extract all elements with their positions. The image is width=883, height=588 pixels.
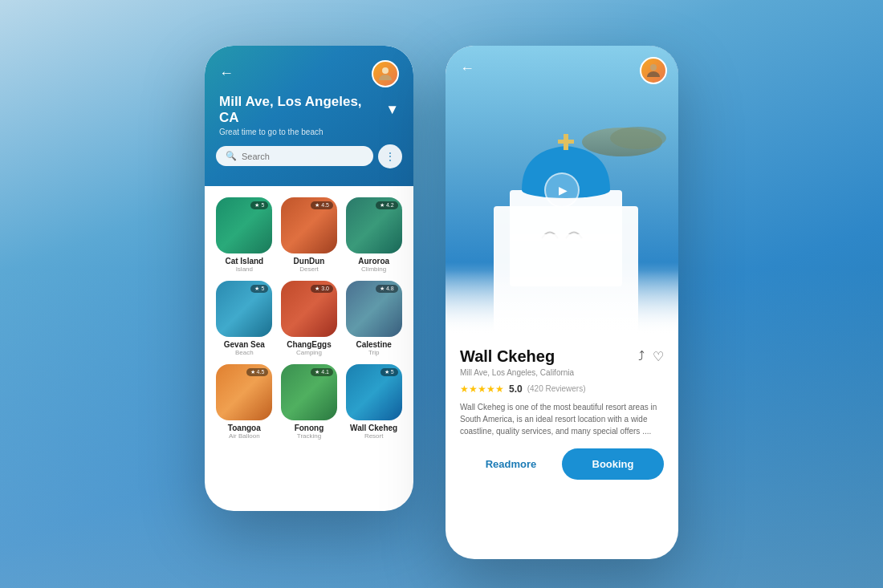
destination-location: Mill Ave, Los Angeles, California [460,368,664,377]
destination-type: Air Balloon [229,432,260,440]
rating-badge: ★ 5 [250,285,268,293]
search-input[interactable] [242,152,364,161]
rating-number: 5.0 [509,383,523,395]
rating-badge: ★ 3.0 [311,285,333,293]
list-item[interactable]: ★ 5 Cat Island Island [216,197,273,273]
image-fade-overlay [446,270,678,335]
user-avatar[interactable] [372,60,399,87]
header-location: Mill Ave, Los Angeles, CA ▼ Great time t… [205,87,413,136]
header-nav: ← [205,46,413,87]
rating-badge: ★ 4.5 [246,368,269,376]
svg-rect-9 [510,234,622,241]
back-button[interactable]: ← [219,65,234,82]
destination-name: ChangEggs [287,340,332,349]
search-bar: 🔍 ⋮ [216,144,402,168]
action-buttons: Readmore Booking [460,448,664,480]
destination-list-body: ★ 5 Cat Island Island ★ 4.5 DunDun Deser… [205,186,413,511]
back-button[interactable]: ← [460,60,474,77]
list-item[interactable]: ★ 5 Gevan Sea Beach [216,281,273,356]
destination-image: ★ 4.5 [281,197,337,253]
rating-badge: ★ 4.1 [311,368,333,376]
destination-grid: ★ 5 Cat Island Island ★ 4.5 DunDun Deser… [216,197,402,440]
svg-rect-8 [558,140,574,144]
list-item[interactable]: ★ 5 Wall Ckeheg Resort [345,364,402,440]
location-subtitle: Great time to go to the beach [219,128,399,136]
share-icon[interactable]: ⤴ [638,349,645,363]
destination-image: ★ 5 [216,281,272,337]
destination-type: Camping [296,349,322,356]
rating-row: ★★★★★ 5.0 (420 Reviewers) [460,383,664,395]
detail-card: Wall Ckeheg ⤴ ♡ Mill Ave, Los Angeles, C… [446,335,678,493]
list-item[interactable]: ★ 4.2 Auroroa Climbing [345,197,402,273]
destination-image: ★ 4.5 [216,364,272,420]
rating-badge: ★ 4.5 [311,201,333,209]
destination-name: Fonong [295,424,324,432]
list-item[interactable]: ★ 4.1 Fonong Tracking [281,364,338,440]
search-input-wrap[interactable]: 🔍 [216,146,373,166]
destination-name: Toangoa [228,424,261,432]
detail-hero-image: ← [446,46,678,335]
phone-list: ← Mill Ave, Los Angeles, CA ▼ Great time… [205,46,413,511]
main-container: ← Mill Ave, Los Angeles, CA ▼ Great time… [0,0,883,588]
filter-button[interactable]: ⋮ [378,144,402,168]
destination-description: Wall Ckeheg is one of the most beautiful… [460,401,664,437]
avatar-image [640,57,667,84]
star-rating: ★★★★★ [460,383,504,395]
destination-type: Climbing [361,266,386,273]
detail-actions: ⤴ ♡ [638,349,664,364]
svg-point-10 [650,64,657,71]
rating-badge: ★ 4.2 [376,201,398,209]
destination-name: DunDun [294,257,325,266]
search-icon: 🔍 [226,151,237,161]
list-item[interactable]: ★ 4.8 Calestine Trip [345,281,402,356]
destination-image: ★ 4.1 [281,364,337,420]
list-item[interactable]: ★ 4.5 Toangoa Air Balloon [216,364,273,440]
destination-name: Gevan Sea [224,340,265,349]
list-item[interactable]: ★ 3.0 ChangEggs Camping [281,281,338,356]
phone-list-header: ← Mill Ave, Los Angeles, CA ▼ Great time… [205,46,413,186]
rating-badge: ★ 5 [250,201,268,209]
destination-image: ★ 4.2 [346,197,402,253]
readmore-button[interactable]: Readmore [460,450,562,478]
detail-title-row: Wall Ckeheg ⤴ ♡ [460,347,664,366]
destination-type: Desert [299,266,319,273]
svg-point-0 [382,67,389,74]
destination-name: Cat Island [225,257,263,266]
svg-point-3 [610,127,666,149]
location-dropdown[interactable]: ▼ [385,102,399,118]
list-item[interactable]: ★ 4.5 DunDun Desert [281,197,338,273]
favorite-icon[interactable]: ♡ [653,349,664,364]
destination-type: Trip [368,349,379,356]
destination-name: Auroroa [358,257,389,266]
destination-type: Beach [235,349,254,356]
destination-name: Wall Ckeheg [350,424,397,432]
rating-badge: ★ 4.8 [376,285,398,293]
destination-name: Calestine [356,340,391,349]
rating-badge: ★ 5 [380,368,398,376]
user-avatar[interactable] [640,57,667,84]
destination-type: Tracking [297,432,321,440]
destination-image: ★ 3.0 [281,281,337,337]
play-button[interactable] [544,172,580,208]
destination-type: Resort [364,432,384,440]
phone-detail: ← Wall Ckeheg ⤴ ♡ Mill Ave, L [446,46,678,559]
destination-image: ★ 4.8 [346,281,402,337]
booking-button[interactable]: Booking [562,448,664,480]
destination-image: ★ 5 [216,197,272,253]
review-count: (420 Reviewers) [527,384,586,393]
destination-image: ★ 5 [346,364,402,420]
location-title: Mill Ave, Los Angeles, CA ▼ [219,94,399,126]
destination-type: Island [236,266,253,273]
destination-title: Wall Ckeheg [460,347,555,366]
